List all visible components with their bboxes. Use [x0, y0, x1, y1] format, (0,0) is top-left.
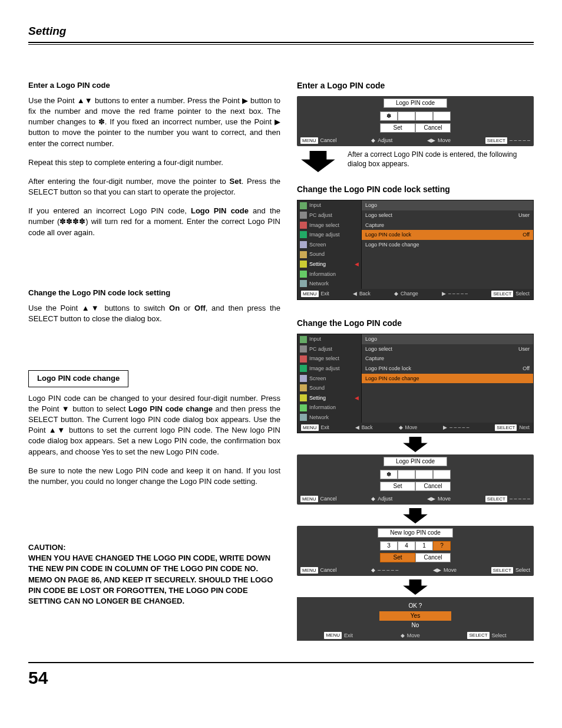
svg-rect-16 — [300, 394, 307, 401]
txt: If you entered an incorrect Logo PIN cod… — [28, 206, 191, 215]
svg-rect-8 — [300, 271, 307, 278]
left-p3c: Be sure to note the new Logo PIN code an… — [28, 466, 280, 487]
bold-set: Set — [230, 177, 242, 186]
tag-select: SELECT — [485, 496, 507, 502]
pin-cell-1[interactable]: ✽ — [380, 111, 398, 121]
pin-cell-4[interactable] — [433, 470, 451, 479]
svg-marker-21 — [403, 579, 428, 595]
sidebar-item-setting[interactable]: Setting◀ — [297, 259, 361, 269]
pin-dialog-title: Logo PIN code — [384, 457, 447, 466]
foot-dash: – – – – – — [510, 137, 530, 144]
bold-change: Logo PIN code change — [128, 404, 213, 413]
sidebar-item-information[interactable]: Information — [297, 403, 361, 413]
ok-no-button[interactable]: No — [379, 621, 451, 630]
txt: After entering the four-digit number, mo… — [28, 177, 230, 186]
menu-lock: Input PC adjust Image select Image adjus… — [297, 200, 534, 299]
new-pin-cell-4[interactable]: ? — [433, 541, 451, 551]
sidebar-item-imageadjust[interactable]: Image adjust — [297, 364, 361, 374]
sidebar-item-input[interactable]: Input — [297, 334, 361, 344]
menu-row-logoselect[interactable]: Logo selectUser — [362, 344, 533, 354]
pin-cell-3[interactable] — [415, 111, 433, 121]
pin-cell-2[interactable] — [398, 470, 415, 479]
menu-row-capture[interactable]: Capture — [362, 354, 533, 364]
pin-cell-1[interactable]: ✽ — [380, 470, 398, 479]
tag-select: SELECT — [491, 291, 513, 297]
left-h1: Enter a Logo PIN code — [28, 80, 280, 91]
svg-marker-20 — [403, 508, 428, 523]
menu-row-change[interactable]: Logo PIN code change — [362, 240, 533, 250]
menu-sidebar-2: Input PC adjust Image select Image adjus… — [297, 334, 362, 422]
menu-row-lock[interactable]: Logo PIN code lockOff — [362, 364, 533, 374]
foot-dash: – – – – – — [378, 566, 398, 574]
foot-select: Select — [515, 291, 530, 298]
foot-cancel: Cancel — [320, 495, 337, 503]
sidebar-item-pcadjust[interactable]: PC adjust — [297, 210, 361, 220]
pin-cancel-button[interactable]: Cancel — [415, 482, 451, 491]
menu-row-logoselect[interactable]: Logo selectUser — [362, 210, 533, 220]
new-pin-cancel-button[interactable]: Cancel — [415, 553, 451, 562]
svg-rect-9 — [300, 280, 307, 287]
sidebar-item-imageselect[interactable]: Image select — [297, 354, 361, 364]
pin-cell-4[interactable] — [433, 111, 451, 121]
svg-rect-1 — [300, 202, 307, 209]
left-h2: Change the Logo PIN code lock setting — [28, 288, 280, 298]
menu-row-change[interactable]: Logo PIN code change — [362, 374, 533, 384]
left-p1d: If you entered an incorrect Logo PIN cod… — [28, 206, 280, 238]
new-pin-cell-1[interactable]: 3 — [380, 541, 398, 551]
foot-adjust: Adjust — [378, 137, 392, 144]
sidebar-item-network[interactable]: Network — [297, 279, 361, 289]
tag-menu: MENU — [300, 567, 318, 574]
sidebar-item-imageadjust[interactable]: Image adjust — [297, 230, 361, 240]
svg-rect-6 — [300, 251, 307, 258]
foot-change: Change — [401, 291, 418, 298]
svg-rect-12 — [300, 355, 307, 363]
new-pin-cell-2[interactable]: 4 — [398, 541, 415, 551]
txt: or — [180, 304, 194, 312]
pin-cell-3[interactable] — [415, 470, 433, 479]
foot-adjust: Adjust — [378, 495, 392, 503]
foot-move: Move — [407, 632, 420, 640]
sidebar-item-information[interactable]: Information — [297, 269, 361, 279]
tag-menu: MENU — [324, 632, 342, 638]
down-arrow-icon — [395, 579, 436, 595]
tag-menu: MENU — [301, 291, 319, 297]
tag-menu: MENU — [300, 496, 318, 502]
page-title: Setting — [28, 24, 534, 39]
sidebar-item-imageselect[interactable]: Image select — [297, 220, 361, 230]
pin-set-button[interactable]: Set — [380, 482, 415, 491]
sidebar-item-pcadjust[interactable]: PC adjust — [297, 344, 361, 354]
sidebar-item-network[interactable]: Network — [297, 413, 361, 423]
header-rule — [28, 42, 534, 45]
down-arrow-icon — [395, 437, 436, 452]
foot-select: Select — [492, 632, 507, 640]
menu-change: Input PC adjust Image select Image adjus… — [297, 334, 534, 433]
menu-header: Logo — [362, 200, 533, 210]
pin-cancel-button[interactable]: Cancel — [415, 123, 451, 133]
sidebar-item-input[interactable]: Input — [297, 200, 361, 210]
sidebar-item-sound[interactable]: Sound — [297, 383, 361, 393]
pin-cell-2[interactable] — [398, 111, 415, 121]
tag-select: SELECT — [485, 137, 507, 144]
foot-exit: Exit — [321, 291, 329, 298]
down-arrow-icon — [297, 150, 339, 173]
sidebar-item-sound[interactable]: Sound — [297, 249, 361, 259]
pin-set-button[interactable]: Set — [380, 123, 415, 133]
sidebar-item-setting[interactable]: Setting◀ — [297, 393, 361, 403]
logo-pin-change-box: Logo PIN code change — [28, 370, 128, 387]
new-pin-cell-3[interactable]: 1 — [415, 541, 433, 551]
right-h2: Change the Logo PIN code lock setting — [297, 184, 534, 196]
sidebar-item-screen[interactable]: Screen — [297, 374, 361, 384]
new-pin-title: New logo PIN code — [378, 528, 453, 538]
ok-yes-button[interactable]: Yes — [379, 611, 451, 621]
foot-cancel: Cancel — [320, 137, 337, 144]
menu-row-lock[interactable]: Logo PIN code lockOff — [362, 230, 533, 240]
new-pin-set-button[interactable]: Set — [380, 553, 415, 562]
foot-move: Move — [444, 566, 457, 574]
foot-back: Back — [362, 424, 373, 431]
menu-row-capture[interactable]: Capture — [362, 220, 533, 230]
menu-sidebar: Input PC adjust Image select Image adjus… — [297, 200, 362, 288]
sidebar-item-screen[interactable]: Screen — [297, 240, 361, 250]
svg-rect-4 — [300, 231, 307, 238]
right-column: Enter a Logo PIN code Logo PIN code ✽ Se… — [297, 80, 534, 645]
foot-dash: – – – – – — [510, 495, 530, 503]
